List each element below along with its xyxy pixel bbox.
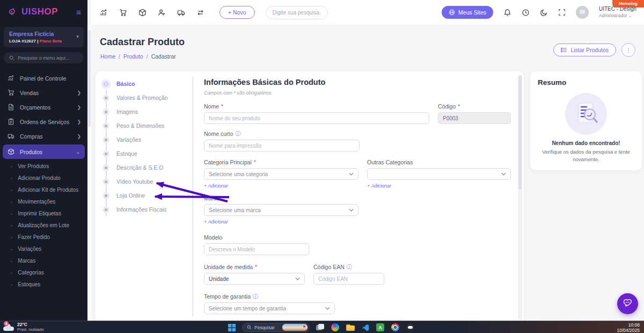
delivery-truck-icon[interactable] (177, 9, 185, 17)
nome-curto-input[interactable] (204, 140, 360, 151)
sidebar-item-compras[interactable]: Compras ❯ (0, 129, 87, 143)
taskbar-search-box[interactable]: Pesquisar (242, 323, 310, 332)
sidebar-subitem-marcas[interactable]: -Marcas (0, 255, 87, 266)
menu-label: Compras (20, 133, 43, 140)
taskbar-search-placeholder: Pesquisar (254, 325, 280, 330)
sidebar-subitem-estoques[interactable]: -Estoques (0, 278, 87, 290)
chrome-icon[interactable] (391, 323, 400, 332)
sidebar-subitem-imprimir-etiquetas[interactable]: -Imprimir Etiquetas (0, 207, 87, 219)
sales-chart-icon[interactable] (100, 9, 108, 17)
step-dot (103, 108, 109, 115)
user-menu[interactable]: UITEC - Design Administrador ⌄ (599, 6, 636, 18)
garantia-select[interactable]: Selecione um tempo de garantia (204, 302, 335, 314)
adicionar-marca-link[interactable]: + Adicionar (204, 219, 228, 225)
breadcrumb-home[interactable]: Home (100, 53, 115, 60)
step-estoque[interactable]: Estoque (96, 147, 192, 161)
sidebar-item-ordens-de-servicos[interactable]: Ordens de Serviços ❯ (0, 114, 87, 129)
taskbar-clock[interactable]: 10:08 10/04/2025 (617, 322, 640, 333)
step-valores-promocao[interactable]: Valores & Promoção (96, 91, 192, 105)
step-dot (103, 178, 109, 185)
step-basico[interactable]: Básico (96, 77, 192, 91)
nome-input[interactable] (204, 112, 429, 124)
modelo-label: Modelo (204, 234, 309, 241)
file-explorer-icon[interactable] (346, 323, 355, 332)
copilot-icon[interactable] (331, 323, 340, 332)
nome-curto-label: Nome curtoⓘ (204, 131, 360, 137)
sidebar-item-produtos[interactable]: Produtos ⌄ (3, 144, 85, 159)
support-chat-button[interactable] (617, 293, 638, 314)
sync-icon[interactable] (196, 9, 204, 17)
sidebar-subitem-atualizacoes-em-lote[interactable]: -Atualizações em Lote (0, 219, 87, 231)
user-avatar[interactable] (576, 6, 589, 19)
windows-taskbar: 4 22°C Pred. nublado Pesquisar A (0, 321, 644, 333)
step-descricao-seo[interactable]: Descrição & S.E.O (96, 161, 192, 175)
listar-produtos-button[interactable]: Listar Produtos (553, 44, 616, 56)
ean-input[interactable] (313, 273, 384, 285)
empty-state-title: Nenhum dado encontrado! (538, 140, 634, 146)
sidebar-subitem-ver-produtos[interactable]: -Ver Produtos (0, 160, 87, 172)
sidebar-search-input[interactable]: Pesquise o menu aqui... (4, 52, 84, 63)
notifications-bell-icon[interactable] (503, 9, 511, 17)
step-informacoes-fiscais[interactable]: Informações Fiscais (96, 202, 192, 216)
fullscreen-icon[interactable] (558, 9, 566, 16)
translate-app-icon[interactable]: A (376, 323, 385, 332)
sidebar-item-orcamentos[interactable]: Orçamentos ❯ (0, 100, 87, 114)
step-imagens[interactable]: Imagens (96, 105, 192, 119)
codigo-input (438, 112, 511, 124)
categoria-select[interactable]: Selecione uma categoria (204, 168, 358, 180)
sidebar-subitem-categorias[interactable]: -Categorias (0, 266, 87, 278)
add-user-icon[interactable] (158, 9, 166, 17)
scrollbar-thumb[interactable] (88, 30, 91, 127)
meus-sites-button[interactable]: Meus Sites (442, 6, 493, 19)
unidade-select[interactable]: Unidade (204, 273, 305, 285)
sidebar-item-vendas[interactable]: Vendas ❯ (0, 85, 87, 100)
sidebar-subitem-adicionar-produto[interactable]: -Adicionar Produto (0, 172, 87, 184)
discord-icon[interactable] (406, 323, 415, 332)
sidebar-subitem-adicionar-kit[interactable]: -Adicionar Kit de Produtos (0, 184, 87, 196)
step-video-youtube[interactable]: Vídeo Youtube (96, 175, 192, 189)
sidebar-item-painel-de-controle[interactable]: Painel de Controle (0, 71, 87, 85)
weather-widget[interactable]: 4 22°C Pred. nublado (0, 322, 44, 332)
sidebar-subitem-fazer-pedido[interactable]: -Fazer Pedido (0, 231, 87, 243)
chevron-down-icon (325, 307, 330, 310)
environment-badge: Homolog (612, 0, 644, 8)
step-loja-online[interactable]: Loja Online (96, 189, 192, 202)
logo-row: UISHOP ≡ (0, 0, 87, 23)
windows-start-button[interactable] (227, 323, 236, 332)
global-search-input[interactable] (266, 6, 328, 19)
marca-label: Marca (204, 195, 358, 201)
info-icon[interactable]: ⓘ (347, 264, 352, 270)
info-icon[interactable]: ⓘ (235, 131, 240, 136)
company-selector[interactable]: Empresa Ficticia LOJA #12627 | Plano Bet… (4, 27, 84, 47)
breadcrumb-produto[interactable]: Produto (123, 53, 143, 60)
task-view-icon[interactable] (316, 323, 325, 332)
chevron-right-icon: ❯ (77, 105, 81, 110)
sidebar-subitem-movimentacoes[interactable]: -Movimentações (0, 196, 87, 207)
novo-button[interactable]: + Novo (219, 6, 255, 19)
scrollbar-thumb[interactable] (518, 76, 522, 189)
modelo-input[interactable] (204, 243, 309, 255)
marca-select[interactable]: Selecione uma marca (204, 204, 358, 216)
chevron-down-icon (349, 172, 354, 176)
dark-mode-moon-icon[interactable] (540, 9, 548, 17)
outras-categorias-select[interactable] (367, 168, 511, 180)
sidebar-subitem-variacoes[interactable]: -Variações (0, 243, 87, 255)
sidebar-menu: Painel de Controle Vendas ❯ Orçamentos ❯… (0, 71, 87, 290)
dash-icon: - (11, 246, 12, 252)
menu-label: Vendas (20, 90, 39, 96)
search-icon (247, 325, 252, 330)
vscode-icon[interactable] (361, 323, 370, 332)
info-icon[interactable]: ⓘ (253, 294, 258, 299)
ean-label: Código EANⓘ (313, 264, 384, 270)
sidebar-toggle-icon[interactable]: ≡ (76, 8, 81, 16)
more-options-kebab-icon[interactable]: ⋮ (621, 43, 635, 57)
cart-icon[interactable] (119, 9, 127, 17)
step-variacoes[interactable]: Variações (96, 133, 192, 147)
adicionar-outra-categoria-link[interactable]: + Adicionar (367, 183, 391, 189)
page-scrollbar[interactable] (87, 25, 91, 321)
history-clock-icon[interactable] (522, 9, 530, 17)
package-icon[interactable] (138, 9, 147, 17)
form-scrollbar[interactable] (518, 75, 522, 321)
adicionar-categoria-link[interactable]: + Adicionar (204, 183, 228, 189)
step-peso-dimensoes[interactable]: Peso & Dimensões (96, 119, 192, 133)
